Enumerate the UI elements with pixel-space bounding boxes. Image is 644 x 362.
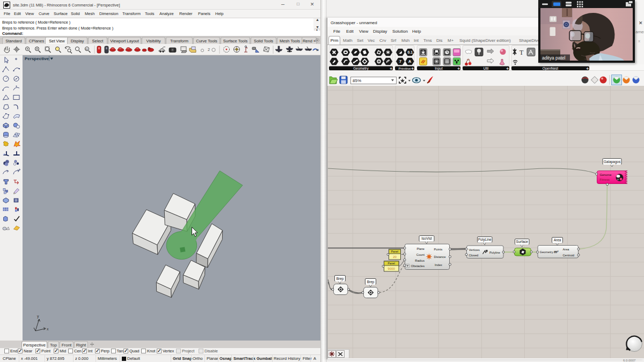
svg-text:y: y	[37, 314, 39, 319]
svg-text:85%: 85%	[353, 78, 361, 83]
svg-text:0.1: 0.1	[408, 50, 413, 54]
svg-text:x: x	[47, 327, 49, 331]
svg-text:»: »	[316, 47, 319, 53]
svg-text:Brep: Brep	[367, 280, 375, 284]
svg-text:Primitive: Primitive	[398, 67, 411, 70]
svg-text:Polyline: Polyline	[489, 251, 500, 254]
svg-text:Geometry: Geometry	[540, 250, 553, 254]
svg-text:Index: Index	[435, 263, 442, 267]
svg-text:Galapagos: Galapagos	[604, 160, 621, 164]
svg-text:aditya patel: aditya patel	[542, 55, 566, 61]
svg-text:Closed: Closed	[469, 254, 479, 257]
svg-text:Brep: Brep	[336, 277, 344, 281]
svg-text:Fitness: Fitness	[600, 178, 610, 181]
svg-text:m²: m²	[554, 250, 559, 254]
svg-text:7: 7	[399, 59, 401, 64]
svg-text:IsoVist: IsoVist	[421, 237, 432, 240]
svg-text:Vertices: Vertices	[469, 248, 480, 252]
svg-text:H: H	[86, 48, 88, 51]
svg-text:✚: ✚	[586, 67, 589, 70]
svg-text:Surface: Surface	[516, 240, 529, 243]
svg-text:✚: ✚	[457, 67, 460, 70]
svg-text:✚: ✚	[411, 67, 414, 70]
svg-text:PolyLine: PolyLine	[478, 238, 492, 242]
svg-text:Genome: Genome	[600, 173, 612, 176]
svg-text:Perspective: Perspective	[25, 56, 49, 61]
svg-text:Plane: Plane	[416, 247, 425, 250]
svg-text:Distance: Distance	[434, 255, 446, 258]
svg-text:✚: ✚	[390, 67, 392, 70]
svg-text:2: 2	[208, 47, 210, 52]
svg-text:✚: ✚	[506, 67, 509, 70]
svg-text:Radius: Radius	[415, 259, 425, 262]
svg-text:Points: Points	[434, 248, 443, 251]
svg-text:Area: Area	[563, 248, 570, 251]
svg-text:Area: Area	[554, 238, 561, 242]
svg-text:Panel: Panel	[388, 262, 395, 265]
svg-text:A: A	[408, 59, 412, 64]
svg-text:9000: 9000	[388, 267, 396, 270]
svg-text:Util: Util	[484, 67, 489, 70]
svg-text:Panel: Panel	[391, 250, 398, 253]
svg-text:Count: Count	[416, 253, 425, 256]
svg-text:20: 20	[393, 255, 397, 258]
svg-text:Centroid: Centroid	[563, 254, 575, 257]
svg-text:Obstacles: Obstacles	[411, 264, 425, 268]
svg-text:T: T	[519, 49, 524, 56]
